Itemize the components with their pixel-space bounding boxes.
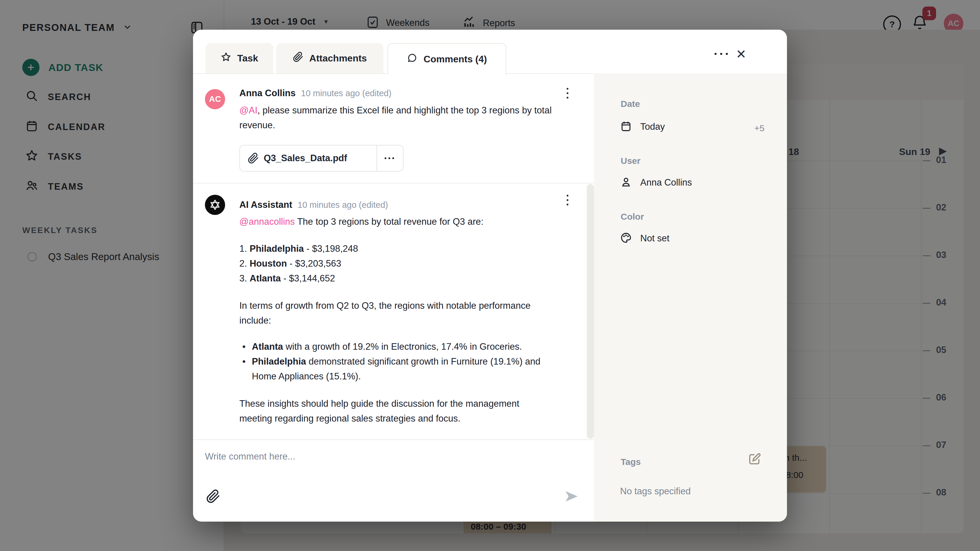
tab-comments[interactable]: Comments (4) [388,43,506,75]
date-extra-count[interactable]: +5 [754,123,764,133]
tab-label: Attachments [309,53,367,64]
attachment-name: Q3_Sales_Data.pdf [264,153,347,164]
ranking-item: 1. Philadelphia - $3,198,248 [239,241,554,256]
tab-attachments[interactable]: Attachments [276,43,383,73]
user-row[interactable]: Anna Collins [620,176,692,189]
date-value: Today [640,121,665,132]
date-row[interactable]: Today [620,120,665,133]
tab-label: Task [237,53,258,64]
send-comment-button[interactable] [563,488,580,506]
modal-more-button[interactable] [714,53,728,55]
tags-section-label: Tags [620,457,641,467]
person-icon [620,176,632,189]
calendar-icon [620,120,632,133]
bullet-item: • Atlanta with a growth of 19.2% in Elec… [239,339,545,354]
paperclip-icon [293,52,304,65]
paperclip-icon [248,152,259,165]
comment-divider [193,183,595,183]
ranking-item: 3. Atlanta - $3,144,652 [239,271,554,286]
comment-author: Anna Collins [239,88,296,98]
comment-input[interactable] [204,446,579,487]
edit-tags-button[interactable] [748,452,761,467]
comment-timestamp: 10 minutes ago (edited) [298,200,388,210]
user-value: Anna Collins [640,177,692,188]
color-section-label: Color [620,212,644,222]
ranking-list: 1. Philadelphia - $3,198,248 2. Houston … [239,241,554,286]
attachment-more-button[interactable] [385,157,394,159]
paperclip-icon [206,499,220,504]
comment-menu-button[interactable] [566,195,568,205]
comment-text: @AI, please summarize this Excel file an… [239,103,554,133]
comment-bubble-icon [407,52,418,66]
comment-text: @annacollins The top 3 regions by total … [239,214,554,229]
bullet-icon: • [242,354,246,369]
avatar: AC [205,89,225,109]
comment-header: AI Assistant 10 minutes ago (edited) [239,198,388,211]
tab-label: Comments (4) [423,54,487,65]
attachment-chip[interactable]: Q3_Sales_Data.pdf [239,145,404,171]
task-details-panel: Date Today +5 User Anna Collins [594,73,787,522]
ai-assistant-avatar [205,195,225,215]
mention-link[interactable]: @annacollins [239,216,295,227]
chip-divider [377,146,377,171]
color-value: Not set [640,233,669,244]
bullet-item: • Philadelphia demonstrated significant … [239,354,545,384]
date-section-label: Date [620,99,640,109]
comment-author: AI Assistant [239,200,292,210]
mention-link[interactable]: @AI [239,105,258,116]
tags-empty-text: No tags specified [620,486,691,497]
composer-divider [193,439,595,440]
attach-file-button[interactable] [206,489,220,505]
comment-menu-button[interactable] [566,88,568,98]
color-row[interactable]: Not set [620,232,669,245]
comment-text: These insights should help guide the dis… [239,396,536,426]
star-icon [221,52,231,65]
bullet-icon: • [242,339,246,354]
comment-header: Anna Collins 10 minutes ago (edited) [239,87,391,100]
comment-timestamp: 10 minutes ago (edited) [301,89,391,98]
user-section-label: User [620,156,641,166]
comment-text: In terms of growth from Q2 to Q3, the re… [239,299,536,328]
comments-scrollbar[interactable] [587,184,594,439]
app-root: 13 Oct - 19 Oct ▼ Weekends Reports ? [0,0,980,551]
close-icon[interactable]: ✕ [736,48,746,60]
send-icon [563,500,580,506]
palette-icon [620,232,632,245]
task-modal: Task Attachments Comments (4) ✕ AC [193,30,787,522]
bullet-list: • Atlanta with a growth of 19.2% in Elec… [239,339,545,384]
ranking-item: 2. Houston - $3,203,563 [239,256,554,271]
edit-pencil-icon [748,462,761,467]
tab-task[interactable]: Task [205,43,273,73]
